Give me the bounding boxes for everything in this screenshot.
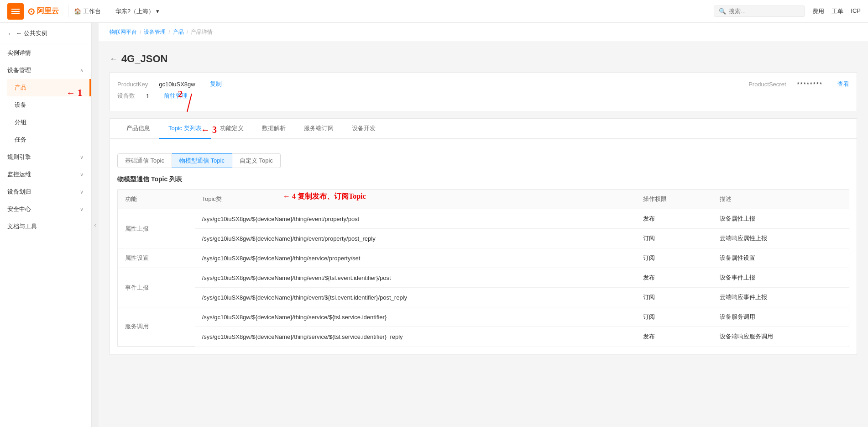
permission-subscribe-4: 订阅: [636, 307, 713, 327]
tab-feature-definition[interactable]: 功能定义: [211, 119, 253, 139]
topic-table: 功能 Topic类 操作权限 描述 属性上报 /sys/gc10iuSX8gw/…: [117, 189, 849, 347]
meta-row-product-secret: ProductSecret ******** 查看: [748, 80, 849, 88]
page-title: 4G_JSON: [121, 53, 168, 65]
table-row: 事件上报 /sys/gc10iuSX8gw/${deviceName}/thin…: [118, 268, 849, 288]
sidebar-item-tasks[interactable]: 任务: [7, 131, 91, 148]
permission-subscribe-1: 订阅: [636, 229, 713, 248]
device-count-value: 1: [146, 93, 149, 100]
table-row: 服务调用 /sys/gc10iuSX8gw/${deviceName}/thin…: [118, 307, 849, 327]
nav-link-icp[interactable]: ICP: [851, 7, 861, 16]
topic-event-post-reply: /sys/gc10iuSX8gw/${deviceName}/thing/eve…: [195, 288, 636, 307]
sidebar-item-rule-engine[interactable]: 规则引擎 ∨: [0, 148, 91, 166]
sidebar-item-security[interactable]: 安全中心 ∨: [0, 200, 91, 218]
nav-right-area: 🔍 费用 工单 ICP: [714, 5, 861, 17]
table-body: 属性上报 /sys/gc10iuSX8gw/${deviceName}/thin…: [118, 209, 849, 347]
desc-service-call: 设备服务调用: [712, 307, 849, 327]
sidebar-label-docs-tools: 文档与工具: [7, 222, 37, 231]
table-row: /sys/gc10iuSX8gw/${deviceName}/thing/ser…: [118, 327, 849, 347]
copy-product-key-button[interactable]: 复制: [210, 80, 222, 88]
sub-tabs: 基础通信 Topic 物模型通信 Topic 自定义 Topic: [117, 153, 849, 168]
sidebar-label-products: 产品: [15, 84, 26, 92]
sidebar-label-device-mgmt: 设备管理: [7, 66, 31, 74]
table-row: 属性上报 /sys/gc10iuSX8gw/${deviceName}/thin…: [118, 209, 849, 229]
sidebar-label-security: 安全中心: [7, 205, 31, 213]
meta-right: ProductSecret ******** 查看: [748, 80, 849, 92]
breadcrumb-sep-1: /: [140, 29, 141, 36]
home-icon: 🏠: [74, 8, 81, 15]
table-row: /sys/gc10iuSX8gw/${deviceName}/thing/eve…: [118, 229, 849, 248]
sidebar-label-device-provisioning: 设备划归: [7, 188, 31, 196]
desc-property-set: 设备属性设置: [712, 248, 849, 268]
back-arrow-icon: ←: [7, 30, 13, 37]
topic-property-post: /sys/gc10iuSX8gw/${deviceName}/thing/eve…: [195, 209, 636, 229]
topic-event-post: /sys/gc10iuSX8gw/${deviceName}/thing/eve…: [195, 268, 636, 288]
content-area: ← 4G_JSON ProductKey gc10iuSX8gw 复制 设备数 …: [99, 42, 868, 366]
tab-device-dev[interactable]: 设备开发: [343, 119, 385, 139]
feature-property-set: 属性设置: [118, 248, 195, 268]
tab-product-info[interactable]: 产品信息: [117, 119, 159, 139]
nav-link-fees[interactable]: 费用: [812, 7, 824, 16]
view-secret-link[interactable]: 查看: [837, 80, 849, 88]
workbench-label: 工作台: [83, 7, 101, 16]
feature-event-report: 事件上报: [118, 268, 195, 307]
search-input[interactable]: [729, 8, 800, 15]
topic-service-identifier-reply: /sys/gc10iuSX8gw/${deviceName}/thing/ser…: [195, 327, 636, 347]
device-provisioning-arrow-icon: ∨: [80, 189, 84, 195]
table-section-title: 物模型通信 Topic 列表: [117, 175, 849, 184]
nav-links: 费用 工单 ICP: [812, 7, 861, 16]
sidebar-item-docs-tools[interactable]: 文档与工具: [0, 218, 91, 235]
collapse-arrow-icon: ∧: [80, 68, 84, 74]
nav-link-ticket[interactable]: 工单: [831, 7, 843, 16]
sub-tab-thing-model-comm[interactable]: 物模型通信 Topic: [172, 153, 232, 168]
permission-subscribe-3: 订阅: [636, 288, 713, 307]
col-topic: Topic类: [195, 190, 636, 209]
sidebar-item-groups[interactable]: 分组: [7, 114, 91, 131]
tab-service-subscription[interactable]: 服务端订阅: [295, 119, 343, 139]
table-row: /sys/gc10iuSX8gw/${deviceName}/thing/eve…: [118, 288, 849, 307]
region-selector[interactable]: 华东2（上海） ▾: [112, 5, 163, 17]
table-header: 功能 Topic类 操作权限 描述: [118, 190, 849, 209]
sidebar-label-rule-engine: 规则引擎: [7, 153, 31, 161]
topic-service-identifier: /sys/gc10iuSX8gw/${deviceName}/thing/ser…: [195, 307, 636, 327]
breadcrumb-products[interactable]: 产品: [173, 28, 184, 36]
sidebar-label-groups: 分组: [15, 118, 26, 127]
tab-data-analysis[interactable]: 数据解析: [253, 119, 295, 139]
breadcrumb-device-mgmt[interactable]: 设备管理: [144, 28, 166, 36]
permission-publish-3: 发布: [636, 327, 713, 347]
sidebar-item-products[interactable]: 产品: [7, 79, 91, 96]
search-box[interactable]: 🔍: [714, 5, 805, 17]
sidebar-label-monitor-ops: 监控运维: [7, 170, 31, 179]
sidebar-item-instance-detail[interactable]: 实例详情: [0, 44, 91, 62]
page-header: ← 4G_JSON: [110, 53, 857, 65]
sidebar-item-monitor-ops[interactable]: 监控运维 ∨: [0, 166, 91, 183]
workbench-button[interactable]: 🏠 工作台: [68, 5, 105, 17]
sub-tab-custom[interactable]: 自定义 Topic: [232, 153, 281, 168]
permission-publish-1: 发布: [636, 209, 713, 229]
table-header-row: 功能 Topic类 操作权限 描述: [118, 190, 849, 209]
goto-manage-link[interactable]: 前往管理: [164, 92, 188, 100]
breadcrumb-sep-2: /: [168, 29, 170, 36]
sidebar-collapse-handle[interactable]: ‹: [91, 23, 99, 427]
main-content: 物联网平台 / 设备管理 / 产品 / 产品详情 ← 4G_JSON Produ…: [99, 23, 868, 427]
col-feature: 功能: [118, 190, 195, 209]
main-layout: ← ← 公共实例 实例详情 设备管理 ∧ 产品 设备 分组 任务: [0, 23, 868, 427]
feature-service-call: 服务调用: [118, 307, 195, 347]
page-back-button[interactable]: ←: [110, 54, 118, 64]
sidebar-section-device-mgmt[interactable]: 设备管理 ∧: [0, 62, 91, 79]
permission-publish-2: 发布: [636, 268, 713, 288]
sub-tab-basic-comm[interactable]: 基础通信 Topic: [117, 153, 172, 168]
breadcrumb-iot[interactable]: 物联网平台: [110, 28, 137, 36]
product-key-value: gc10iuSX8gw: [159, 81, 195, 88]
sidebar-item-device-provisioning[interactable]: 设备划归 ∨: [0, 183, 91, 200]
tab-topic-list[interactable]: Topic 类列表: [159, 119, 211, 139]
main-tabs: 产品信息 Topic 类列表 功能定义 数据解析 服务端订阅 设备开发: [110, 118, 857, 138]
top-navigation: ⊙ 阿里云 🏠 工作台 华东2（上海） ▾ 🔍 费用 工单 ICP: [0, 0, 868, 23]
topic-table-element: 功能 Topic类 操作权限 描述 属性上报 /sys/gc10iuSX8gw/…: [118, 190, 849, 347]
sidebar-item-devices[interactable]: 设备: [7, 96, 91, 114]
hamburger-menu[interactable]: [7, 3, 24, 20]
sidebar-back-button[interactable]: ← ← 公共实例: [0, 23, 91, 44]
security-arrow-icon: ∨: [80, 206, 84, 212]
sidebar-label-tasks: 任务: [15, 136, 26, 144]
desc-event-report: 设备事件上报: [712, 268, 849, 288]
sidebar: ← ← 公共实例 实例详情 设备管理 ∧ 产品 设备 分组 任务: [0, 23, 91, 427]
